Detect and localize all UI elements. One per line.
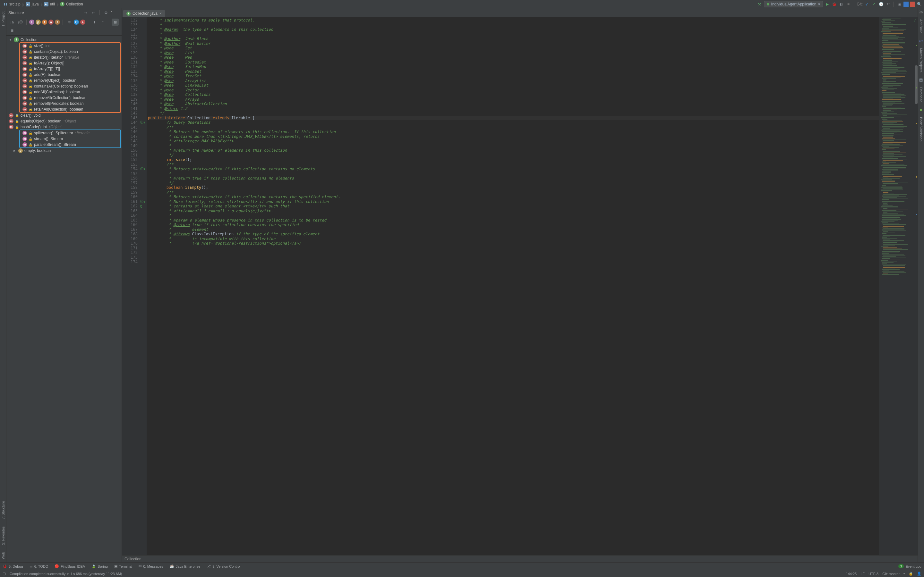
method-icon: m [23, 137, 27, 141]
tree-item[interactable]: m 🔒 removeIf(Predicate): boolean [20, 101, 120, 106]
status-window-icon[interactable]: ▢ [3, 572, 6, 576]
bean-validation-button[interactable]: Bean Validation [919, 115, 923, 143]
breadcrumb-item[interactable]: ▸ java [24, 1, 41, 7]
git-revert-icon[interactable]: ↶ [885, 1, 891, 7]
bottom-tool-button[interactable]: ▣Terminal [114, 564, 132, 568]
screenshot-icon[interactable]: ▣ [897, 1, 902, 7]
tree-item[interactable]: ▶ p empty: boolean [6, 148, 121, 153]
tree-item[interactable]: m 🔒 removeAll(Collection): boolean [20, 95, 120, 101]
anon-icon[interactable]: λ [80, 19, 86, 25]
show-lambdas-icon[interactable]: λ [55, 19, 60, 25]
bottom-tool-button[interactable]: 🔴FindBugs-IDEA [55, 564, 85, 568]
maven-projects-button[interactable]: Maven Projects [919, 46, 923, 74]
breadcrumb-item[interactable]: ▮▮ src.zip [2, 1, 23, 7]
git-branch[interactable]: Git: master [882, 572, 900, 576]
tool-icon: 🍃 [91, 564, 96, 568]
tree-item[interactable]: m 🔒 add(E): boolean [20, 72, 120, 77]
inspections-ok-icon[interactable]: ✓ [913, 19, 916, 23]
tree-item[interactable]: m 🔒 contains(Object): boolean [20, 49, 120, 55]
cursor-position[interactable]: 144:25 [846, 572, 857, 576]
property-icon: p [18, 148, 23, 153]
editor-breadcrumb[interactable]: Collection [122, 555, 918, 562]
gear-icon[interactable]: ⚙ [103, 10, 109, 16]
powerpoint-icon[interactable] [910, 2, 915, 7]
hide-icon[interactable]: — [114, 10, 120, 16]
git-commit-icon[interactable]: ✓ [871, 1, 877, 7]
coverage-icon[interactable]: ◐ [838, 1, 844, 7]
lock-icon: 🔒 [29, 131, 32, 135]
project-tool-button[interactable]: 1: Project [1, 10, 5, 28]
lock-icon[interactable]: 🔒 [909, 572, 913, 576]
stop-icon[interactable]: ■ [845, 1, 851, 7]
autoscroll-from-source-icon[interactable]: ⤒ [99, 19, 106, 26]
structure-tree[interactable]: ▼ I Collection m 🔒 size(): int m 🔒 conta… [6, 35, 121, 562]
bottom-tool-button[interactable]: ☕Java Enterprise [170, 564, 200, 568]
tree-item[interactable]: m 🔒 stream(): Stream [20, 136, 120, 142]
tree-item[interactable]: m 🔒 parallelStream(): Stream [20, 142, 120, 147]
search-icon[interactable]: 🔍 [916, 1, 922, 7]
bottom-tool-button[interactable]: ⎇9: Version Control [207, 564, 240, 568]
tree-item[interactable]: m 🔒 addAll(Collection): boolean [20, 89, 120, 95]
minimap-thumb[interactable] [915, 65, 918, 104]
git-update-icon[interactable]: ↙ [864, 1, 870, 7]
editor-tab[interactable]: I Collection.java × [123, 10, 165, 17]
show-fields-icon[interactable]: f [42, 19, 47, 25]
tree-item[interactable]: m 🔒 spliterator(): Spliterator ↑Iterable [20, 130, 120, 136]
breadcrumb-item[interactable]: ▸ util [43, 1, 57, 7]
show-interfaces-icon[interactable]: I [29, 19, 34, 25]
tree-item[interactable]: m 🔒 hashCode(): int ↑Object [6, 124, 121, 130]
tree-item[interactable]: m 🔒 clear(): void [6, 113, 121, 118]
hammer-icon[interactable]: ⚒ [757, 1, 762, 7]
line-ending[interactable]: LF [861, 572, 865, 576]
tree-item[interactable]: m 🔒 containsAll(Collection): boolean [20, 83, 120, 89]
bottom-tool-button[interactable]: ✉0: Messages [139, 564, 163, 568]
gutter-marks[interactable]: Ⓘ↓Ⓘ↓Ⓘ↓ @ [140, 17, 147, 555]
ant-icon: 🐜 [919, 10, 923, 14]
tree-item[interactable]: m 🔒 equals(Object): boolean ↑Object [6, 118, 121, 124]
show-anonymous-icon[interactable]: a [48, 19, 53, 25]
minimap[interactable]: ✓ [879, 17, 918, 555]
ant-build-button[interactable]: Ant Build [919, 17, 923, 35]
autoscroll-to-source-icon[interactable]: ⤓ [91, 19, 98, 26]
run-icon[interactable]: ▶ [824, 1, 830, 7]
expand-arrow-icon[interactable]: ▼ [9, 38, 12, 41]
code-area[interactable]: * implementations to apply that protocol… [147, 17, 879, 555]
status-message: Compilation completed successfully in 1 … [10, 572, 122, 576]
git-history-icon[interactable]: 🕓 [878, 1, 884, 7]
close-icon[interactable]: × [160, 11, 162, 16]
class-icon[interactable]: C [74, 19, 79, 25]
group-methods-icon[interactable]: ⇉ [65, 19, 73, 26]
structure-tool-button[interactable]: 7: Structure [1, 499, 5, 521]
database-button[interactable]: Database [919, 85, 923, 104]
word-icon[interactable] [903, 2, 909, 7]
file-encoding[interactable]: UTF-8 [869, 572, 879, 576]
debug-icon[interactable]: 🐞 [831, 1, 837, 7]
tree-item[interactable]: m 🔒 iterator(): Iterator ↑Iterable [20, 55, 120, 60]
bottom-tool-button[interactable]: ☰6: TODO [29, 564, 48, 568]
collapse-icon[interactable]: ⊟ [8, 27, 15, 34]
favorites-tool-button[interactable]: 2: Favorites [1, 524, 5, 546]
run-configuration-selector[interactable]: IndividualAgentApplication ▾ [764, 1, 823, 7]
bottom-tool-button[interactable]: 🐞5: Debug [3, 564, 23, 568]
tool-icon: 🐞 [3, 564, 7, 568]
expand-arrow-icon[interactable]: ▶ [13, 149, 17, 152]
tree-item[interactable]: m 🔒 toArray(): Object[] [20, 60, 120, 66]
web-tool-button[interactable]: Web [1, 550, 5, 561]
sort-visibility-icon[interactable]: ↓⦿ [17, 19, 24, 26]
notifications-icon[interactable]: 👤 [917, 572, 921, 576]
line-number-gutter[interactable]: 122 123 124 125 126 127 128 129 130 131 … [122, 17, 140, 555]
tree-item[interactable]: m 🔒 toArray(T[]): T[] [20, 66, 120, 72]
breadcrumb-item[interactable]: I Collection [59, 1, 86, 7]
event-log-button[interactable]: 1 Event Log [898, 564, 921, 568]
tool-label: 0: Messages [143, 564, 163, 568]
collapse-all-icon[interactable]: ⇥ [83, 10, 89, 16]
tree-item[interactable]: m 🔒 size(): int [20, 43, 120, 49]
bottom-tool-button[interactable]: 🍃Spring [91, 564, 108, 568]
sort-alpha-icon[interactable]: ↓a [8, 19, 15, 26]
tree-item[interactable]: m 🔒 remove(Object): boolean [20, 77, 120, 83]
show-properties-icon[interactable]: p [36, 19, 41, 25]
expand-all-icon[interactable]: ⇤ [90, 10, 96, 16]
expand-icon[interactable]: ⊞ [111, 19, 119, 26]
tree-item[interactable]: m 🔒 retainAll(Collection): boolean [20, 106, 120, 112]
tree-root[interactable]: ▼ I Collection [6, 37, 121, 43]
